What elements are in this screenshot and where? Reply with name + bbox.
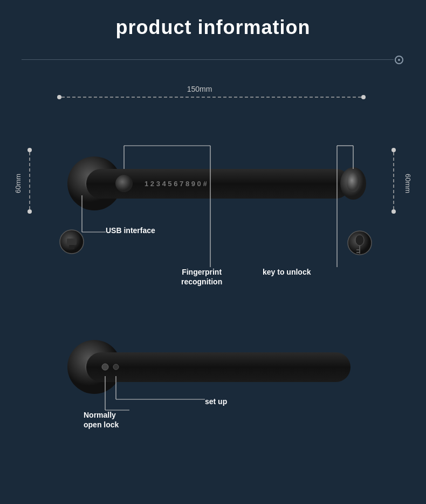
svg-rect-14 — [86, 169, 351, 199]
setup-label: set up — [205, 397, 227, 406]
svg-point-35 — [67, 340, 121, 394]
page-title: product information — [0, 0, 426, 39]
svg-point-39 — [113, 364, 119, 370]
svg-point-30 — [348, 231, 372, 255]
svg-point-4 — [28, 148, 32, 152]
usb-label: USB interface — [106, 226, 155, 235]
fingerprint-label: Fingerprint recognition — [181, 267, 222, 287]
divider — [22, 59, 394, 60]
svg-point-6 — [28, 209, 32, 214]
svg-point-36 — [85, 357, 104, 377]
svg-point-13 — [85, 174, 104, 193]
svg-text:150mm: 150mm — [187, 85, 212, 93]
svg-point-0 — [57, 95, 61, 99]
svg-point-21 — [60, 230, 84, 254]
key-unlock-label: key to unlock — [263, 267, 311, 277]
svg-rect-22 — [67, 239, 77, 245]
svg-point-10 — [391, 209, 396, 214]
svg-point-31 — [355, 235, 364, 246]
svg-point-12 — [67, 156, 121, 210]
svg-text:1  2  3  4  5  6  7  8  9  0  : 1 2 3 4 5 6 7 8 9 0 # — [145, 180, 207, 188]
svg-point-18 — [347, 173, 360, 192]
annotations: USB interface Fingerprint recognition ke… — [0, 0, 426, 504]
normally-open-label: Normally open lock — [84, 410, 119, 430]
target-circle — [395, 56, 403, 64]
annotation-svg: 150mm 60mm 60mm 1 2 3 4 5 6 7 8 9 0 # — [0, 0, 426, 504]
svg-point-38 — [102, 364, 108, 370]
svg-point-17 — [340, 167, 366, 200]
svg-text:60mm: 60mm — [14, 174, 22, 193]
svg-point-2 — [361, 95, 366, 99]
svg-rect-23 — [69, 245, 74, 249]
svg-point-8 — [391, 148, 396, 152]
svg-rect-37 — [86, 352, 351, 382]
svg-text:60mm: 60mm — [404, 174, 412, 193]
svg-point-15 — [115, 175, 133, 192]
